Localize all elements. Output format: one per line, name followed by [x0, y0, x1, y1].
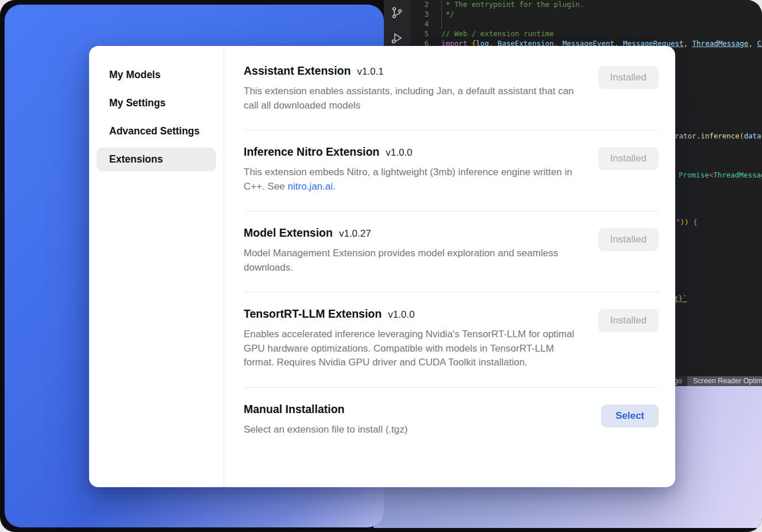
- extension-title: Model Extension: [244, 226, 333, 239]
- extension-description: Enables accelerated inference leveraging…: [244, 327, 580, 370]
- code-lines: 2 * The entrypoint for the plugin.3 */45…: [410, 0, 762, 48]
- code-fragment: rator.inference(data));: [675, 131, 762, 141]
- code-fragment: Promise<ThreadMessage>: [679, 170, 762, 180]
- extension-version: v1.0.0: [388, 309, 414, 320]
- extension-row-tensorrt: TensortRT-LLM Extensionv1.0.0 Enables ac…: [244, 292, 659, 388]
- code-line: 4: [410, 19, 762, 29]
- extension-list: Assistant Extensionv1.0.1 This extension…: [224, 46, 675, 487]
- screenshot-canvas: 2 * The entrypoint for the plugin.3 */45…: [0, 0, 762, 532]
- extension-info: Inference Nitro Extensionv1.0.0 This ext…: [244, 145, 580, 194]
- extension-version: v1.0.0: [386, 147, 412, 158]
- code-fragment: ")) {: [676, 217, 698, 227]
- screen-reader-status-chip[interactable]: Screen Reader Optimize: [687, 376, 762, 386]
- installed-button[interactable]: Installed: [598, 309, 659, 332]
- extension-description: Select an extension file to install (.tg…: [244, 423, 407, 437]
- extension-version: v1.0.1: [357, 66, 383, 77]
- extension-row-manual-install: Manual Installation Select an extension …: [244, 388, 659, 454]
- settings-card: My Models My Settings Advanced Settings …: [89, 46, 675, 487]
- extension-description: Model Management Extension provides mode…: [244, 246, 580, 275]
- sidebar-item-my-settings[interactable]: My Settings: [97, 91, 216, 115]
- nitro-jan-ai-link[interactable]: nitro.jan.ai.: [288, 181, 336, 192]
- code-fragment: t}`: [674, 294, 687, 303]
- sidebar-item-advanced-settings[interactable]: Advanced Settings: [97, 119, 216, 143]
- extension-info: Manual Installation Select an extension …: [244, 403, 407, 437]
- extension-row-model: Model Extensionv1.0.27 Model Management …: [244, 211, 659, 292]
- sidebar-item-my-models[interactable]: My Models: [97, 63, 216, 87]
- extension-info: TensortRT-LLM Extensionv1.0.0 Enables ac…: [244, 307, 580, 370]
- sidebar-item-extensions[interactable]: Extensions: [97, 148, 216, 171]
- status-text: go: [674, 376, 682, 386]
- code-line: 2 * The entrypoint for the plugin.: [410, 0, 762, 9]
- run-debug-icon[interactable]: [390, 31, 404, 45]
- extension-info: Assistant Extensionv1.0.1 This extension…: [244, 64, 580, 113]
- settings-sidebar: My Models My Settings Advanced Settings …: [89, 46, 224, 487]
- extension-title: Inference Nitro Extension: [244, 145, 379, 158]
- extension-title: Assistant Extension: [244, 64, 351, 77]
- installed-button[interactable]: Installed: [598, 66, 659, 89]
- extension-title: TensortRT-LLM Extension: [244, 307, 382, 320]
- extension-info: Model Extensionv1.0.27 Model Management …: [244, 226, 580, 275]
- extension-description: This extension enables assistants, inclu…: [244, 84, 580, 113]
- extension-row-nitro: Inference Nitro Extensionv1.0.0 This ext…: [244, 130, 659, 211]
- line-number: 2: [410, 0, 429, 9]
- installed-button[interactable]: Installed: [598, 228, 659, 251]
- extension-title: Manual Installation: [244, 403, 345, 415]
- extension-description: This extension embeds Nitro, a lightweig…: [244, 165, 580, 194]
- extension-row-assistant: Assistant Extensionv1.0.1 This extension…: [244, 60, 659, 130]
- installed-button[interactable]: Installed: [598, 147, 659, 170]
- source-control-icon[interactable]: [390, 6, 404, 20]
- line-number: 3: [410, 9, 429, 19]
- select-button[interactable]: Select: [601, 404, 659, 427]
- code-line: 3 */: [410, 9, 762, 19]
- extension-version: v1.0.27: [339, 228, 371, 239]
- line-number: 4: [410, 19, 429, 29]
- code-line: 5// Web / extension runtime: [410, 29, 762, 38]
- line-number: 5: [410, 29, 429, 38]
